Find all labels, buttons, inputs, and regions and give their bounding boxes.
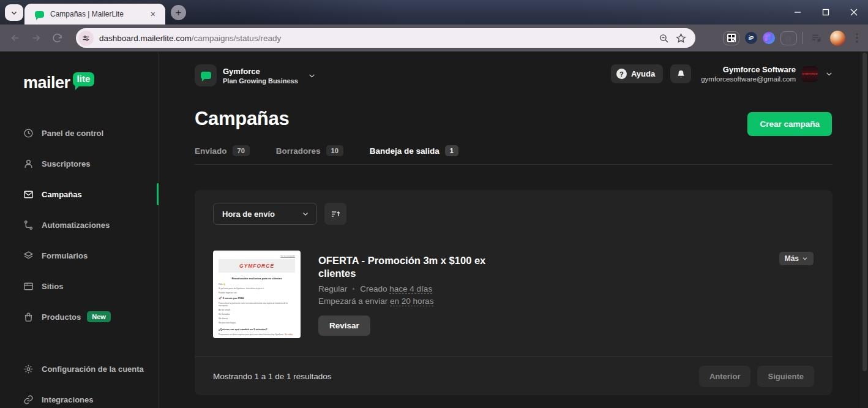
maximize-button[interactable] <box>812 0 840 25</box>
send-prefix: Empezará a enviar <box>318 297 387 306</box>
shopping-bag-icon <box>23 312 34 322</box>
header-right: ? Ayuda Gymforce Software gymforcesoftwa… <box>611 64 833 83</box>
sidebar-item-account-settings[interactable]: Configuración de la cuenta <box>0 353 159 384</box>
workflow-icon <box>23 220 34 230</box>
sidebar: mailer lite Panel de control Suscriptore… <box>0 51 159 408</box>
meta-dot <box>353 288 354 290</box>
thumbnail-footer-brand: Gymforce. <box>275 333 284 336</box>
sort-ascending-icon <box>331 209 341 219</box>
review-button[interactable]: Revisar <box>318 315 370 336</box>
sidebar-item-products[interactable]: Productos New <box>0 301 159 332</box>
tab-drafts[interactable]: Borradores 10 <box>276 145 343 156</box>
account-name: Gymforce Software <box>701 65 796 74</box>
tab-search-button[interactable] <box>5 4 23 21</box>
media-controls-button[interactable] <box>809 28 825 48</box>
workspace-selector[interactable]: Gymforce Plan Growing Business <box>195 64 316 86</box>
person-icon <box>23 159 34 169</box>
campaign-thumbnail[interactable]: Ver en navegador GYMFORCE Reactivación e… <box>213 251 301 338</box>
account-avatar[interactable]: GYMFORCE <box>802 66 818 82</box>
thumbnail-offer-line: 🚀 3 meses por $100 <box>219 297 295 300</box>
sidebar-item-label: Formularios <box>42 251 88 260</box>
tab-count-badge: 1 <box>445 145 458 156</box>
thumbnail-line: Sin demos. <box>219 317 295 320</box>
qr-code-icon <box>727 34 736 42</box>
results-summary: Mostrando 1 a 1 de 1 resultados <box>213 372 692 381</box>
chevron-down-icon <box>825 70 833 78</box>
send-time-link[interactable]: en 20 horas <box>390 297 433 306</box>
mailerlite-logo[interactable]: mailer lite <box>23 74 94 93</box>
page-scrollbar[interactable] <box>861 51 868 408</box>
new-tab-button[interactable]: + <box>171 5 186 20</box>
sidebar-item-dashboard[interactable]: Panel de control <box>0 118 159 148</box>
back-button[interactable] <box>5 28 26 48</box>
colorful-extension-button[interactable] <box>763 32 775 44</box>
url-bar[interactable]: dashboard.mailerlite.com/campaigns/statu… <box>76 28 695 48</box>
close-window-button[interactable] <box>840 0 868 25</box>
three-dots-icon <box>856 33 858 43</box>
more-button[interactable]: Más <box>779 252 814 265</box>
scrollbar-thumb[interactable] <box>862 53 867 371</box>
tabs-divider <box>195 164 832 165</box>
chevron-down-icon <box>308 72 316 80</box>
tab-sent[interactable]: Enviado 70 <box>195 145 250 156</box>
browser-window-icon <box>23 281 34 292</box>
ip-extension-button[interactable]: iP <box>745 32 757 44</box>
star-icon <box>676 33 686 43</box>
tab-outbox[interactable]: Bandeja de salida 1 <box>370 145 458 156</box>
sidebar-item-subscribers[interactable]: Suscriptores <box>0 148 159 179</box>
help-button[interactable]: ? Ayuda <box>611 64 663 83</box>
extensions-menu-button[interactable] <box>780 31 797 45</box>
new-badge: New <box>87 311 111 322</box>
campaigns-card: Hora de envío Ver en navegador GYMFORCE … <box>195 190 832 395</box>
extension-dots-icon <box>768 37 771 40</box>
sidebar-item-sites[interactable]: Sitios <box>0 271 159 301</box>
sidebar-item-label: Suscriptores <box>42 159 90 168</box>
sidebar-item-integrations[interactable]: Integraciones <box>0 384 159 408</box>
campaign-title[interactable]: OFERTA - Promoción 3m x $100 ex clientes <box>318 254 493 279</box>
sort-direction-button[interactable] <box>324 203 346 225</box>
reload-button[interactable] <box>47 28 67 48</box>
bell-icon <box>676 69 686 78</box>
thumbnail-footer-text: Preparamos un demo express para que veas… <box>219 333 274 336</box>
chevron-down-icon <box>302 210 309 217</box>
url-text[interactable]: dashboard.mailerlite.com/campaigns/statu… <box>99 34 655 43</box>
zoom-magnifier-icon <box>659 33 669 43</box>
link-icon <box>23 395 34 405</box>
logo-text: mailer <box>23 74 70 93</box>
thumbnail-line: Sin procesos largos. <box>219 322 295 324</box>
close-tab-icon[interactable]: × <box>148 9 158 20</box>
browser-tab[interactable]: Campañas | MailerLite × <box>24 4 165 25</box>
bookmark-button[interactable] <box>672 28 689 48</box>
site-settings-icon[interactable] <box>78 31 94 46</box>
workspace-plan: Plan Growing Business <box>223 77 298 85</box>
close-icon <box>850 9 858 16</box>
page-title: Campañas <box>195 108 289 130</box>
sidebar-item-automations[interactable]: Automatizaciones <box>0 210 159 240</box>
next-page-button[interactable]: Siguiente <box>757 366 814 387</box>
notifications-button[interactable] <box>670 64 691 83</box>
create-campaign-button[interactable]: Crear campaña <box>747 112 832 136</box>
reload-icon <box>52 33 62 43</box>
sidebar-item-forms[interactable]: Formularios <box>0 240 159 271</box>
tab-label: Enviado <box>195 146 227 156</box>
thumbnail-brand-logo: GYMFORCE <box>219 259 295 273</box>
thumbnail-preheader: Ver en navegador <box>219 255 295 257</box>
avatar-text: GYMFORCE <box>802 72 818 75</box>
account-info[interactable]: Gymforce Software gymforcesoftware@gmail… <box>701 65 796 83</box>
browser-menu-button[interactable] <box>851 28 863 48</box>
qr-extension-button[interactable] <box>723 31 739 45</box>
previous-page-button[interactable]: Anterior <box>699 366 751 387</box>
minimize-icon <box>794 9 801 16</box>
minimize-button[interactable] <box>784 0 812 25</box>
zoom-button[interactable] <box>655 28 672 48</box>
browser-profile-avatar[interactable] <box>830 31 845 46</box>
tab-label: Borradores <box>276 146 321 156</box>
sidebar-item-campaigns[interactable]: Campañas <box>0 179 159 210</box>
ip-extension-label: iP <box>749 35 754 41</box>
created-time-link[interactable]: hace 4 días <box>389 284 432 294</box>
sort-order-select[interactable]: Hora de envío <box>213 203 317 225</box>
puzzle-icon <box>785 34 793 42</box>
nav-spacer <box>0 332 159 353</box>
forward-button[interactable] <box>26 28 47 48</box>
thumbnail-line: Así de simple. <box>219 309 295 311</box>
